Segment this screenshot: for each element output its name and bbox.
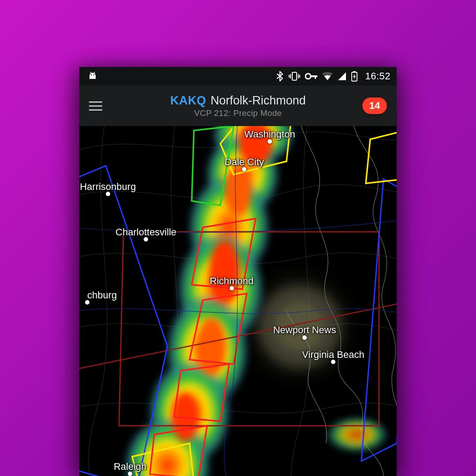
radar-map[interactable]: WashingtonDale CityHarrisonburgCharlotte… (79, 126, 397, 476)
alert-count-badge[interactable]: 14 (362, 97, 387, 114)
status-bar: 16:52 (79, 67, 397, 86)
svg-rect-6 (292, 72, 297, 80)
wifi-icon (322, 72, 333, 81)
vibrate-icon (289, 71, 300, 81)
station-id: KAKQ (170, 94, 206, 108)
app-title: KAKQ Norfolk-Richmond VCP 212: Precip Mo… (79, 94, 397, 118)
status-time: 16:52 (365, 71, 390, 82)
radar-mode-subtitle: VCP 212: Precip Mode (194, 108, 282, 118)
svg-point-24 (209, 241, 240, 302)
map-overlay (79, 126, 397, 476)
station-name: Norfolk-Richmond (211, 94, 306, 108)
svg-point-2 (91, 74, 92, 75)
svg-line-5 (94, 72, 95, 74)
device-frame: 16:52 KAKQ Norfolk-Richmond VCP 212: Pre… (79, 67, 397, 476)
svg-rect-1 (89, 76, 96, 79)
svg-rect-11 (353, 71, 356, 73)
app-bar: KAKQ Norfolk-Richmond VCP 212: Precip Mo… (79, 86, 397, 126)
vpn-key-icon (305, 72, 317, 80)
svg-line-4 (90, 72, 91, 74)
svg-point-7 (305, 74, 311, 79)
svg-point-3 (93, 74, 94, 75)
menu-button[interactable] (89, 101, 102, 111)
cell-signal-icon (338, 72, 346, 81)
android-head-icon (87, 70, 98, 82)
battery-charging-icon (351, 71, 357, 82)
bluetooth-icon (276, 71, 284, 82)
svg-rect-9 (315, 75, 316, 79)
svg-point-23 (225, 168, 251, 216)
svg-rect-8 (310, 75, 317, 77)
